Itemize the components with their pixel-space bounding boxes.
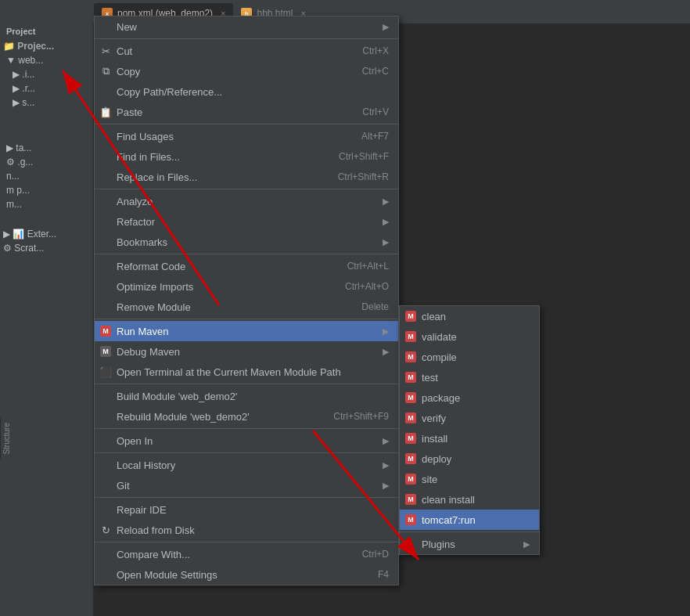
separator-1 [95, 38, 398, 39]
separator-4 [95, 254, 398, 254]
submenu-item-clean[interactable]: M clean [400, 306, 539, 326]
menu-item-cut[interactable]: ✂ Cut Ctrl+X [95, 41, 398, 61]
menu-item-reload-from-disk[interactable]: ↻ Reload from Disk [95, 520, 398, 540]
separator-5 [95, 319, 398, 319]
submenu-plugins-arrow: ▶ [523, 539, 530, 549]
menu-item-rebuild-module[interactable]: Rebuild Module 'web_demo2' Ctrl+Shift+F9 [95, 406, 398, 427]
terminal-icon: ⬛ [99, 366, 112, 378]
maven-tomcat7-icon: M [404, 513, 417, 526]
maven-validate-icon: M [404, 330, 417, 343]
menu-item-find-usages[interactable]: Find Usages Alt+F7 [95, 126, 398, 146]
separator-7 [95, 428, 398, 429]
menu-item-build-module[interactable]: Build Module 'web_demo2' [95, 386, 398, 406]
menu-item-refactor[interactable]: Refactor ▶ [95, 211, 398, 232]
separator-8 [95, 452, 398, 453]
submenu-item-test[interactable]: M test [400, 367, 539, 387]
maven-clean-icon: M [404, 310, 417, 322]
submenu-item-plugins[interactable]: Plugins ▶ [400, 534, 539, 554]
sidebar-item-scrat[interactable]: ⚙ Scrat... [0, 241, 93, 255]
menu-item-replace-in-files[interactable]: Replace in Files... Ctrl+Shift+R [95, 167, 398, 187]
menu-item-analyze[interactable]: Analyze ▶ [95, 191, 398, 211]
sidebar-item-r[interactable]: ▶ .r... [0, 81, 93, 95]
run-maven-submenu: M clean M validate M compile M test M pa… [399, 305, 540, 555]
separator-10 [95, 542, 398, 542]
menu-item-optimize-imports[interactable]: Optimize Imports Ctrl+Alt+O [95, 276, 398, 297]
debug-maven-icon: M [99, 345, 112, 358]
menu-item-open-module-settings[interactable]: Open Module Settings F4 [95, 564, 398, 585]
menu-item-git[interactable]: Git ▶ [95, 475, 398, 495]
submenu-item-deploy[interactable]: M deploy [400, 448, 539, 469]
sidebar-item-m[interactable]: m p... [0, 183, 93, 197]
maven-compile-icon: M [404, 351, 417, 363]
submenu-item-compile[interactable]: M compile [400, 347, 539, 367]
menu-item-find-in-files[interactable]: Find in Files... Ctrl+Shift+F [95, 146, 398, 167]
sidebar-item-m2[interactable]: m... [0, 197, 93, 211]
sidebar-item-web[interactable]: ▼ web... [0, 53, 93, 67]
menu-item-repair-ide[interactable]: Repair IDE [95, 499, 398, 520]
submenu-arrow-open-in: ▶ [383, 436, 389, 446]
structure-tab[interactable]: Structure [0, 418, 14, 459]
sidebar-item-exter[interactable]: ▶ 📊 Exter... [0, 227, 93, 241]
submenu-item-package[interactable]: M package [400, 387, 539, 408]
sidebar-item-n[interactable]: n... [0, 169, 93, 183]
separator-6 [95, 384, 398, 384]
sidebar-item-s[interactable]: ▶ s... [0, 95, 93, 110]
project-sidebar: Project 📁 Projec... ▼ web... ▶ .i... ▶ .… [0, 23, 94, 616]
menu-item-compare-with[interactable]: Compare With... Ctrl+D [95, 544, 398, 564]
separator-3 [95, 189, 398, 189]
menu-item-debug-maven[interactable]: M Debug Maven ▶ [95, 341, 398, 362]
maven-site-icon: M [404, 473, 417, 485]
run-maven-icon: M [99, 325, 112, 337]
sidebar-item-i[interactable]: ▶ .i... [0, 67, 93, 81]
menu-item-paste[interactable]: 📋 Paste Ctrl+V [95, 102, 398, 122]
submenu-item-site[interactable]: M site [400, 469, 539, 489]
submenu-item-validate[interactable]: M validate [400, 326, 539, 347]
menu-item-open-in[interactable]: Open In ▶ [95, 430, 398, 451]
maven-test-icon: M [404, 371, 417, 384]
maven-package-icon: M [404, 391, 417, 404]
cut-icon: ✂ [99, 45, 112, 57]
context-menu: New ▶ ✂ Cut Ctrl+X ⧉ Copy Ctrl+C Copy Pa… [94, 16, 399, 585]
menu-item-copy-path[interactable]: Copy Path/Reference... [95, 81, 398, 102]
submenu-item-clean-install[interactable]: M clean install [400, 489, 539, 510]
submenu-item-install[interactable]: M install [400, 428, 539, 448]
separator-2 [95, 124, 398, 124]
submenu-separator [400, 531, 539, 532]
reload-icon: ↻ [99, 524, 112, 536]
menu-item-new[interactable]: New ▶ [95, 16, 398, 37]
separator-9 [95, 497, 398, 498]
menu-item-open-terminal[interactable]: ⬛ Open Terminal at the Current Maven Mod… [95, 362, 398, 382]
sidebar-title: Project [0, 23, 93, 39]
sidebar-item-ta[interactable]: ▶ ta... [0, 141, 93, 155]
maven-verify-icon: M [404, 412, 417, 424]
submenu-arrow-git: ▶ [383, 481, 389, 491]
submenu-arrow-local-history: ▶ [383, 460, 389, 470]
submenu-item-verify[interactable]: M verify [400, 408, 539, 428]
menu-item-local-history[interactable]: Local History ▶ [95, 455, 398, 475]
paste-icon: 📋 [99, 106, 112, 118]
maven-install-icon: M [404, 432, 417, 445]
maven-deploy-icon: M [404, 452, 417, 465]
menu-item-run-maven[interactable]: M Run Maven ▶ [95, 321, 398, 341]
menu-item-copy[interactable]: ⧉ Copy Ctrl+C [95, 61, 398, 81]
submenu-arrow-run-maven: ▶ [383, 326, 389, 337]
sidebar-item-g[interactable]: ⚙ .g... [0, 155, 93, 169]
sidebar-item-project[interactable]: 📁 Projec... [0, 39, 93, 53]
menu-item-bookmarks[interactable]: Bookmarks ▶ [95, 232, 398, 252]
maven-clean-install-icon: M [404, 493, 417, 506]
submenu-arrow-refactor: ▶ [383, 217, 389, 227]
submenu-arrow-analyze: ▶ [383, 196, 389, 207]
menu-item-remove-module[interactable]: Remove Module Delete [95, 297, 398, 317]
menu-item-reformat-code[interactable]: Reformat Code Ctrl+Alt+L [95, 256, 398, 276]
copy-icon: ⧉ [99, 65, 112, 77]
submenu-arrow-debug-maven: ▶ [383, 347, 389, 357]
submenu-item-tomcat7-run[interactable]: M tomcat7:run [400, 510, 539, 530]
submenu-arrow-bookmarks: ▶ [383, 237, 389, 247]
submenu-arrow-new: ▶ [383, 22, 389, 32]
